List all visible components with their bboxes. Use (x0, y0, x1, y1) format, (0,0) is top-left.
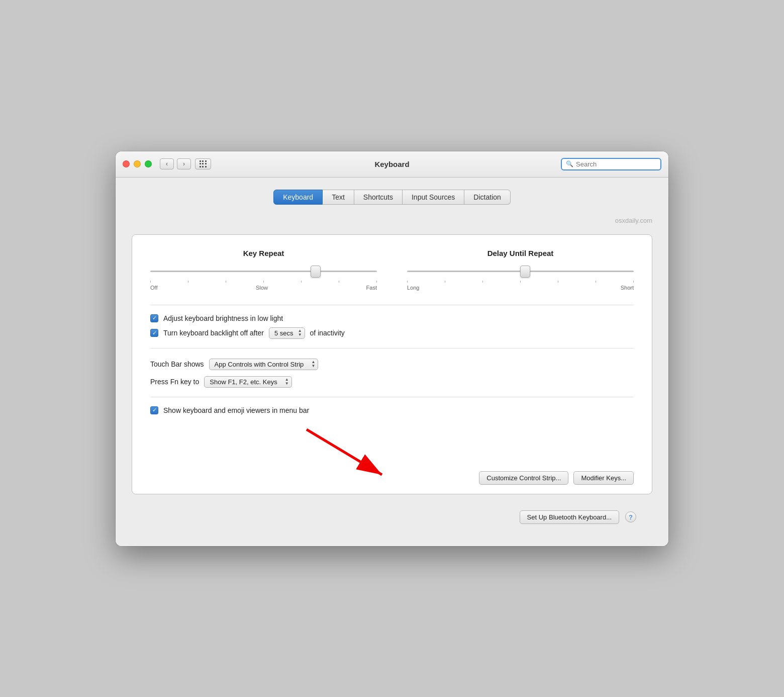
delay-repeat-slider-group: Delay Until Repeat Long Short (407, 249, 634, 291)
brightness-checkmark: ✓ (152, 315, 157, 321)
key-repeat-label: Key Repeat (243, 249, 284, 257)
backlight-label-after: of inactivity (310, 329, 345, 337)
tab-input-sources[interactable]: Input Sources (403, 190, 464, 205)
delay-repeat-thumb[interactable] (520, 266, 530, 278)
touch-bar-dropdown[interactable]: App Controls with Control Strip ▲▼ (209, 359, 319, 370)
tab-shortcuts[interactable]: Shortcuts (354, 190, 403, 205)
forward-button[interactable]: › (177, 158, 191, 169)
touch-bar-section: Touch Bar shows App Controls with Contro… (150, 359, 634, 388)
touch-bar-label: Touch Bar shows (150, 360, 204, 368)
fn-key-row: Press Fn key to Show F1, F2, etc. Keys ▲… (150, 376, 634, 388)
backlight-checkbox[interactable]: ✓ (150, 329, 158, 337)
settings-panel: Key Repeat Off Slow Fast (132, 234, 652, 494)
backlight-label-before: Turn keyboard backlight off after (163, 329, 264, 337)
help-button[interactable]: ? (625, 511, 636, 522)
inactivity-dropdown[interactable]: 5 secs ▲▼ (269, 327, 305, 339)
emoji-viewer-checkbox-row: ✓ Show keyboard and emoji viewers in men… (150, 406, 634, 414)
titlebar: ‹ › Keyboard 🔍 (116, 151, 668, 178)
key-repeat-thumb[interactable] (311, 266, 321, 278)
backlight-checkbox-row: ✓ Turn keyboard backlight off after 5 se… (150, 327, 634, 339)
fn-key-label: Press Fn key to (150, 378, 199, 386)
keyboard-preferences-window: ‹ › Keyboard 🔍 Keyboard Text Shortcuts I… (116, 151, 668, 546)
tab-bar: Keyboard Text Shortcuts Input Sources Di… (132, 190, 652, 205)
sliders-section: Key Repeat Off Slow Fast (150, 249, 634, 291)
key-repeat-slow-label: Slow (256, 285, 268, 291)
nav-buttons: ‹ › (160, 158, 191, 169)
customize-control-strip-button[interactable]: Customize Control Strip... (479, 471, 568, 485)
brightness-label: Adjust keyboard brightness in low light (163, 314, 283, 322)
close-button[interactable] (123, 160, 130, 167)
delay-repeat-short-label: Short (621, 285, 634, 291)
watermark: osxdaily.com (132, 217, 652, 224)
search-icon: 🔍 (566, 160, 573, 167)
key-repeat-track (150, 271, 377, 272)
arrow-container: Customize Control Strip... Modifier Keys… (150, 419, 634, 490)
search-input[interactable] (576, 160, 656, 168)
svg-line-1 (307, 429, 382, 475)
brightness-checkbox-row: ✓ Adjust keyboard brightness in low ligh… (150, 314, 634, 322)
inactivity-value: 5 secs (274, 329, 293, 337)
delay-repeat-track (407, 271, 634, 272)
search-box[interactable]: 🔍 (561, 158, 661, 170)
setup-bluetooth-button[interactable]: Set Up Bluetooth Keyboard... (520, 510, 619, 524)
back-icon: ‹ (166, 160, 168, 167)
delay-repeat-track-container (407, 265, 634, 279)
modifier-keys-button[interactable]: Modifier Keys... (573, 471, 634, 485)
grid-icon (200, 160, 207, 168)
content-area: Keyboard Text Shortcuts Input Sources Di… (116, 178, 668, 546)
window-title: Keyboard (374, 160, 409, 168)
touch-bar-row: Touch Bar shows App Controls with Contro… (150, 359, 634, 370)
tab-dictation[interactable]: Dictation (464, 190, 510, 205)
delay-repeat-labels: Long Short (407, 285, 634, 291)
tab-text[interactable]: Text (323, 190, 354, 205)
footer-row: Set Up Bluetooth Keyboard... ? (132, 504, 652, 532)
bottom-buttons: Customize Control Strip... Modifier Keys… (479, 466, 634, 485)
fn-key-arrows: ▲▼ (285, 378, 289, 386)
brightness-checkbox[interactable]: ✓ (150, 314, 158, 322)
key-repeat-labels: Off Slow Fast (150, 285, 377, 291)
backlight-checkmark: ✓ (152, 330, 157, 336)
key-repeat-track-container (150, 265, 377, 279)
delay-repeat-ticks (407, 281, 634, 283)
touch-bar-value: App Controls with Control Strip (215, 361, 304, 368)
fn-key-value: Show F1, F2, etc. Keys (210, 378, 277, 386)
key-repeat-ticks (150, 281, 377, 283)
delay-repeat-long-label: Long (407, 285, 419, 291)
traffic-lights (123, 160, 152, 167)
emoji-viewer-label: Show keyboard and emoji viewers in menu … (163, 406, 309, 414)
grid-button[interactable] (195, 158, 211, 169)
key-repeat-slider-group: Key Repeat Off Slow Fast (150, 249, 377, 291)
inactivity-arrows: ▲▼ (298, 329, 302, 337)
tab-keyboard[interactable]: Keyboard (273, 190, 323, 205)
emoji-viewer-checkbox[interactable]: ✓ (150, 406, 158, 414)
fn-key-dropdown[interactable]: Show F1, F2, etc. Keys ▲▼ (204, 376, 291, 388)
back-button[interactable]: ‹ (160, 158, 174, 169)
delay-repeat-label: Delay Until Repeat (487, 249, 554, 257)
minimize-button[interactable] (134, 160, 141, 167)
touch-bar-arrows: ▲▼ (311, 360, 315, 368)
forward-icon: › (183, 160, 185, 167)
maximize-button[interactable] (145, 160, 152, 167)
key-repeat-off-label: Off (150, 285, 157, 291)
key-repeat-fast-label: Fast (366, 285, 377, 291)
emoji-viewer-checkmark: ✓ (152, 407, 157, 413)
